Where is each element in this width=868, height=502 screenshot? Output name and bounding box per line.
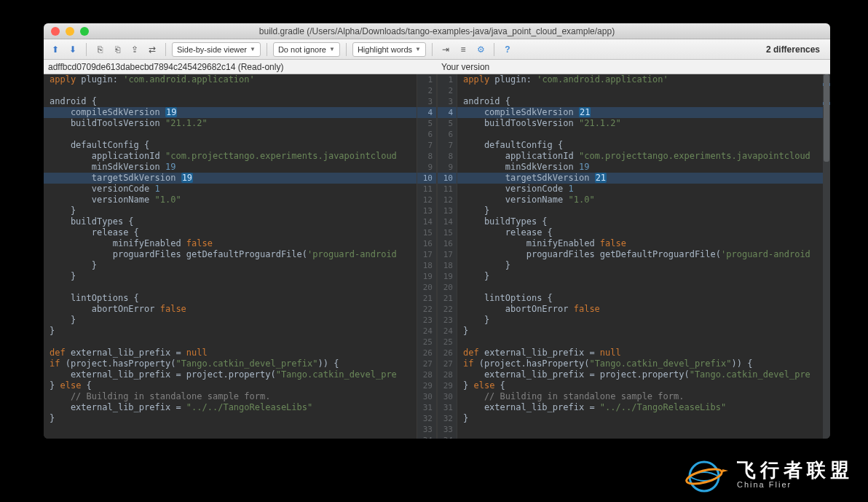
- viewer-mode-select[interactable]: Side-by-side viewer ▼: [172, 42, 261, 57]
- code-line[interactable]: minSdkVersion 19: [457, 162, 830, 173]
- code-line[interactable]: applicationId "com.projecttango.experime…: [44, 151, 417, 162]
- code-line[interactable]: versionName "1.0": [44, 195, 417, 205]
- gutter-row[interactable]: 2727: [417, 358, 457, 369]
- code-line[interactable]: }: [44, 271, 417, 282]
- code-line[interactable]: defaultConfig {: [457, 140, 830, 151]
- gutter-row[interactable]: 1111: [417, 184, 457, 195]
- help-icon[interactable]: ?: [500, 42, 515, 57]
- gutter-row[interactable]: 1212: [417, 195, 457, 205]
- compare-next-file-icon[interactable]: ⎗: [110, 42, 125, 57]
- code-line[interactable]: apply plugin: 'com.android.application': [44, 74, 417, 85]
- code-line[interactable]: [457, 129, 830, 140]
- code-line[interactable]: android {: [457, 96, 830, 107]
- gutter-row[interactable]: 2020: [417, 282, 457, 293]
- gutter-row[interactable]: 99: [417, 162, 457, 173]
- code-line[interactable]: }: [44, 315, 417, 326]
- code-line[interactable]: [44, 85, 417, 96]
- code-line[interactable]: buildToolsVersion "21.1.2": [457, 118, 830, 129]
- code-line[interactable]: [457, 282, 830, 293]
- right-scrollbar[interactable]: [823, 74, 830, 439]
- code-line[interactable]: if (project.hasProperty("Tango.catkin_de…: [44, 358, 417, 369]
- compare-prev-file-icon[interactable]: ⎘: [92, 42, 107, 57]
- code-line[interactable]: def external_lib_prefix = null: [457, 348, 830, 358]
- code-line[interactable]: release {: [457, 227, 830, 238]
- code-line[interactable]: external_lib_prefix = "../../TangoReleas…: [457, 402, 830, 413]
- code-line[interactable]: abortOnError false: [457, 304, 830, 315]
- swap-icon[interactable]: ⇄: [145, 42, 159, 57]
- code-line[interactable]: }: [457, 326, 830, 337]
- code-line[interactable]: minSdkVersion 19: [44, 162, 417, 173]
- next-diff-button[interactable]: ⬇: [66, 42, 80, 57]
- gutter-row[interactable]: 2626: [417, 348, 457, 358]
- code-line[interactable]: }: [44, 326, 417, 337]
- right-pane[interactable]: apply plugin: 'com.android.application'a…: [457, 74, 830, 439]
- code-line[interactable]: buildTypes {: [457, 216, 830, 227]
- sync-scroll-icon[interactable]: ≡: [456, 42, 470, 57]
- gutter-row[interactable]: 88: [417, 151, 457, 162]
- code-line[interactable]: applicationId "com.projecttango.experime…: [457, 151, 830, 162]
- gutter-row[interactable]: 1616: [417, 238, 457, 249]
- ignore-mode-select[interactable]: Do not ignore ▼: [273, 42, 340, 57]
- code-line[interactable]: }: [457, 205, 830, 216]
- code-line[interactable]: } else {: [44, 380, 417, 391]
- code-line[interactable]: lintOptions {: [457, 293, 830, 304]
- gutter-row[interactable]: 1919: [417, 271, 457, 282]
- gutter-row[interactable]: 66: [417, 129, 457, 140]
- gutter-row[interactable]: 1818: [417, 260, 457, 271]
- scroll-thumb[interactable]: [824, 74, 829, 162]
- gutter-row[interactable]: 2323: [417, 315, 457, 326]
- code-line[interactable]: }: [457, 260, 830, 271]
- line-number-gutter[interactable]: 1122334455667788991010111112121313141415…: [417, 74, 457, 439]
- code-line[interactable]: external_lib_prefix = project.property("…: [44, 369, 417, 380]
- code-line[interactable]: release {: [44, 227, 417, 238]
- code-line[interactable]: }: [44, 205, 417, 216]
- code-line[interactable]: targetSdkVersion 21: [457, 173, 830, 184]
- code-line[interactable]: }: [44, 260, 417, 271]
- code-line[interactable]: }: [457, 413, 830, 424]
- code-line[interactable]: def external_lib_prefix = null: [44, 348, 417, 358]
- code-line[interactable]: [457, 85, 830, 96]
- gutter-row[interactable]: 3333: [417, 424, 457, 435]
- gutter-row[interactable]: 44: [417, 107, 457, 118]
- code-line[interactable]: [44, 424, 417, 435]
- code-line[interactable]: proguardFiles getDefaultProguardFile('pr…: [457, 249, 830, 260]
- code-line[interactable]: abortOnError false: [44, 304, 417, 315]
- export-icon[interactable]: ⇪: [127, 42, 142, 57]
- code-line[interactable]: // Building in standalone sample form.: [457, 391, 830, 402]
- code-line[interactable]: compileSdkVersion 21: [457, 107, 830, 118]
- gutter-row[interactable]: 3131: [417, 402, 457, 413]
- highlight-mode-select[interactable]: Highlight words ▼: [352, 42, 426, 57]
- code-line[interactable]: versionCode 1: [44, 184, 417, 195]
- gutter-row[interactable]: 2929: [417, 380, 457, 391]
- gutter-row[interactable]: 2121: [417, 293, 457, 304]
- code-line[interactable]: buildTypes {: [44, 216, 417, 227]
- prev-diff-button[interactable]: ⬆: [48, 42, 63, 57]
- gutter-row[interactable]: 2525: [417, 337, 457, 348]
- code-line[interactable]: [44, 337, 417, 348]
- gutter-row[interactable]: 2222: [417, 304, 457, 315]
- code-line[interactable]: buildToolsVersion "21.1.2": [44, 118, 417, 129]
- code-line[interactable]: [44, 282, 417, 293]
- gutter-row[interactable]: 2424: [417, 326, 457, 337]
- gutter-row[interactable]: 3030: [417, 391, 457, 402]
- code-line[interactable]: apply plugin: 'com.android.application': [457, 74, 830, 85]
- collapse-icon[interactable]: ⇥: [438, 42, 453, 57]
- code-line[interactable]: versionName "1.0": [457, 195, 830, 205]
- code-line[interactable]: compileSdkVersion 19: [44, 107, 417, 118]
- code-line[interactable]: lintOptions {: [44, 293, 417, 304]
- close-icon[interactable]: [51, 27, 60, 36]
- gutter-row[interactable]: 1515: [417, 227, 457, 238]
- code-line[interactable]: }: [457, 271, 830, 282]
- left-pane[interactable]: apply plugin: 'com.android.application'a…: [44, 74, 417, 439]
- code-line[interactable]: external_lib_prefix = "../../TangoReleas…: [44, 402, 417, 413]
- gutter-row[interactable]: 33: [417, 96, 457, 107]
- minimize-icon[interactable]: [66, 27, 74, 36]
- code-line[interactable]: android {: [44, 96, 417, 107]
- gutter-row[interactable]: 1717: [417, 249, 457, 260]
- code-line[interactable]: [457, 337, 830, 348]
- code-line[interactable]: versionCode 1: [457, 184, 830, 195]
- code-line[interactable]: [457, 435, 830, 439]
- code-line[interactable]: [44, 129, 417, 140]
- titlebar[interactable]: build.gradle (/Users/Alpha/Downloads/tan…: [44, 23, 830, 39]
- gutter-row[interactable]: 1313: [417, 205, 457, 216]
